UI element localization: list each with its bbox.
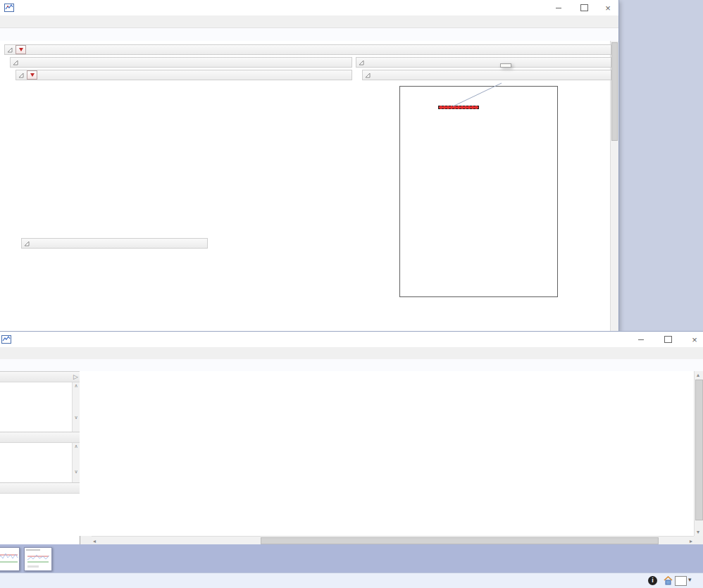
table-vscrollbar[interactable]: ▴ ▾ (694, 371, 703, 536)
sidebar-mini-scrollbar[interactable]: ∧∨ (72, 382, 80, 432)
sidebar-columns-panel-header[interactable] (0, 432, 80, 443)
maximize-button[interactable] (572, 0, 596, 15)
close-button[interactable]: × (596, 0, 620, 15)
sidebar-table-panel-header[interactable]: ▷ (0, 371, 80, 382)
t2-control-chart[interactable] (20, 82, 301, 240)
screen: × (0, 0, 703, 588)
home-icon[interactable] (663, 575, 673, 587)
panel-expand-icon[interactable]: ▷ (73, 373, 78, 380)
window-thumbnail[interactable] (0, 547, 20, 571)
table-window-titlebar[interactable]: × (0, 332, 703, 347)
sidebar-mini-scrollbar[interactable]: ∧∨ (72, 443, 80, 482)
table-properties-list: ∧∨ (0, 382, 80, 432)
disclosure-triangle-icon[interactable] (24, 241, 30, 246)
status-bar: i ▾ (0, 573, 703, 588)
scroll-down-icon[interactable]: ▾ (697, 529, 699, 535)
heatmap-selected-cell[interactable] (438, 106, 479, 109)
report-menubar (0, 15, 618, 28)
rows-stats-list (0, 494, 80, 544)
table-menubar (0, 347, 703, 360)
outline-heatmap-section[interactable] (362, 70, 611, 80)
disclosure-triangle-icon[interactable] (13, 60, 18, 65)
report-window-titlebar[interactable]: × (0, 0, 618, 15)
outline-t2-section[interactable] (15, 70, 352, 80)
report-window: × (0, 0, 619, 332)
disclosure-triangle-icon[interactable] (359, 60, 364, 65)
disclosure-triangle-icon[interactable] (18, 73, 24, 78)
disclosure-triangle-icon[interactable] (7, 47, 13, 53)
scroll-up-icon[interactable]: ▴ (697, 372, 699, 378)
sidebar: ▷ ∧∨ ∧∨ (0, 371, 80, 544)
outline-pca-root[interactable] (4, 44, 611, 55)
scroll-right-icon[interactable]: ▸ (690, 538, 692, 544)
jmp-app-icon (4, 4, 14, 13)
close-button[interactable]: × (683, 332, 703, 347)
status-dropdown-icon[interactable]: ▾ (688, 576, 692, 583)
info-icon[interactable]: i (648, 576, 657, 585)
data-grid-container (80, 371, 694, 536)
minimize-button[interactable] (547, 0, 571, 15)
disclosure-triangle-icon[interactable] (365, 73, 371, 78)
outline-diagnose[interactable] (356, 57, 611, 68)
window-thumbnail[interactable] (24, 547, 52, 571)
window-thumbnails-band (0, 544, 703, 573)
red-menu-button[interactable] (15, 45, 26, 54)
outline-limit-summaries[interactable] (21, 238, 208, 249)
red-menu-button[interactable] (27, 70, 37, 80)
columns-list: ∧∨ (0, 443, 80, 482)
report-toolbar (0, 28, 618, 42)
jmp-app-icon (1, 335, 11, 345)
minimize-button[interactable] (629, 332, 653, 347)
window-list-button[interactable] (675, 576, 687, 586)
maximize-button[interactable] (656, 332, 680, 347)
heatmap-tooltip (500, 63, 511, 68)
data-table-window: × ▷ ∧∨ ∧∨ (0, 331, 703, 588)
outline-monitor[interactable] (10, 57, 352, 68)
sidebar-rows-panel-header[interactable] (0, 482, 80, 494)
scroll-left-icon[interactable]: ◂ (93, 538, 96, 544)
heatmap-legend (561, 83, 617, 224)
